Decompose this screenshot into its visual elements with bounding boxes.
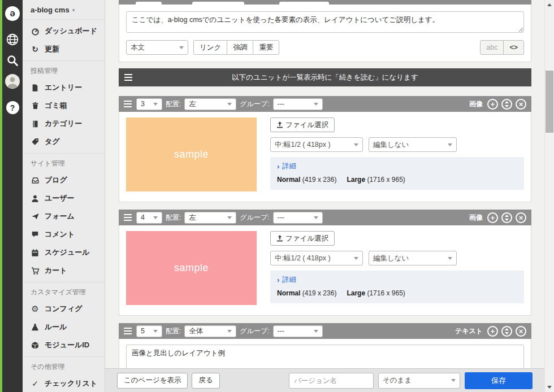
drag-handle-icon[interactable] — [124, 101, 132, 107]
sidebar-item-trash[interactable]: ゴミ箱 — [23, 97, 105, 115]
sample-image-preview[interactable]: sample — [126, 117, 257, 191]
sample-image-preview[interactable]: sample — [126, 231, 257, 305]
group-select[interactable]: --- — [273, 212, 323, 224]
version-name-input[interactable] — [289, 373, 374, 389]
move-unit-button[interactable] — [501, 212, 512, 223]
tag-icon — [31, 137, 40, 146]
chevron-down-icon — [179, 46, 184, 49]
align-select[interactable]: 左 — [184, 98, 236, 110]
sidebar-item-checklist[interactable]: ✓ チェックリスト — [23, 374, 105, 392]
delete-unit-button[interactable]: × — [516, 326, 526, 337]
code-mode-button[interactable]: <> — [503, 40, 524, 55]
search-icon[interactable] — [5, 53, 20, 68]
site-switcher[interactable]: a-blog cms ▾ — [23, 0, 105, 20]
back-button[interactable]: 戻る — [192, 373, 219, 389]
group-label: グループ: — [240, 213, 269, 223]
image-size-select[interactable]: 中:幅1/2 ( 418px ) — [270, 251, 363, 265]
sidebar-item-tag[interactable]: タグ — [23, 133, 105, 151]
sidebar-item-schedule[interactable]: スケジュール — [23, 243, 105, 262]
text-unit-textarea[interactable]: ここでは、a-blog cmsでのユニットを使った各要素の表示、レイアウトについ… — [126, 11, 524, 33]
globe-icon[interactable] — [5, 32, 20, 47]
unit-number-select[interactable]: 3 — [136, 98, 162, 110]
sidebar-item-label: ブログ — [45, 175, 67, 185]
strong-button[interactable]: 重要 — [253, 40, 279, 55]
sidebar-item-label: タグ — [45, 137, 60, 147]
drag-handle-icon[interactable] — [124, 328, 132, 334]
scroll-up-arrow[interactable] — [545, 0, 554, 10]
image-size-info: Normal (419 x 236)Large (1716 x 965) — [277, 176, 517, 184]
avatar[interactable] — [5, 74, 20, 89]
text-unit: ここでは、a-blog cmsでのユニットを使った各要素の表示、レイアウトについ… — [119, 5, 531, 62]
sidebar-item-user[interactable]: ユーザー — [23, 189, 105, 207]
sidebar-item-rule[interactable]: ルール — [23, 318, 105, 336]
align-label: 配置: — [166, 326, 181, 336]
abc-mode-button[interactable]: abc — [480, 40, 504, 55]
help-icon[interactable]: ? — [6, 101, 19, 114]
image-edit-select[interactable]: 編集しない — [369, 251, 457, 265]
add-unit-button[interactable]: + — [487, 326, 498, 337]
align-label: 配置: — [166, 213, 181, 223]
sidebar-item-config[interactable]: ⚙ コンフィグ — [23, 300, 105, 318]
delete-unit-button[interactable]: × — [516, 212, 526, 223]
sidebar-item-label: コンフィグ — [45, 304, 83, 314]
sidebar-item-module-id[interactable]: モジュールID — [23, 336, 105, 354]
image-size-select[interactable]: 中:幅1/2 ( 418px ) — [270, 137, 363, 152]
app-rail: ə ? — [0, 0, 23, 392]
upload-icon — [276, 121, 283, 128]
continue-reading-divider: 以下のユニットが一覧表示時に「続きを読む」になります — [119, 68, 531, 86]
sidebar-item-cart[interactable]: カート — [23, 262, 105, 280]
em-button[interactable]: 強調 — [227, 40, 253, 55]
sidebar-item-dashboard[interactable]: ダッシュボード — [23, 22, 105, 40]
sidebar-section-site: サイト管理 — [23, 153, 105, 171]
sidebar-item-comment[interactable]: コメント — [23, 225, 105, 243]
schedule-icon — [31, 248, 40, 257]
a-blog-cms-logo-icon[interactable]: ə — [5, 6, 20, 21]
group-select[interactable]: --- — [273, 98, 323, 110]
sidebar-item-blog[interactable]: ブログ — [23, 171, 105, 189]
save-button[interactable]: 保存 — [465, 372, 533, 389]
link-button[interactable]: リンク — [193, 40, 227, 55]
chevron-down-icon — [153, 216, 158, 219]
category-icon — [31, 119, 40, 128]
cart-icon — [31, 266, 40, 275]
sidebar-item-category[interactable]: カテゴリー — [23, 115, 105, 133]
sidebar-item-entry[interactable]: エントリー — [23, 79, 105, 97]
sidebar-item-label: カテゴリー — [45, 119, 82, 129]
save-mode-select[interactable]: そのまま — [378, 373, 460, 389]
file-select-button[interactable]: ファイル選択 — [270, 231, 335, 246]
scroll-down-arrow[interactable] — [545, 382, 554, 392]
detail-link[interactable]: › 詳細 — [277, 275, 296, 285]
chevron-down-icon — [314, 330, 318, 333]
detail-link[interactable]: › 詳細 — [277, 162, 296, 171]
detail-panel: › 詳細 Normal (419 x 236)Large (1716 x 965… — [270, 157, 524, 190]
sidebar-section-customize: カスタマイズ管理 — [23, 282, 105, 300]
add-unit-button[interactable]: + — [487, 212, 498, 223]
add-unit-button[interactable]: + — [487, 99, 498, 110]
chevron-down-icon — [354, 257, 358, 260]
sidebar-item-form[interactable]: フォーム — [23, 207, 105, 225]
upload-icon — [276, 235, 283, 242]
file-select-button[interactable]: ファイル選択 — [270, 117, 335, 132]
align-select[interactable]: 左 — [184, 212, 236, 224]
text-unit-header-cutoff — [119, 0, 531, 5]
sidebar-item-label: モジュールID — [45, 340, 89, 350]
drag-handle-icon[interactable] — [124, 214, 132, 221]
align-select[interactable]: 全体 — [184, 325, 236, 337]
unit-number-select[interactable]: 5 — [136, 325, 162, 337]
image-edit-select[interactable]: 編集しない — [369, 137, 457, 152]
chevron-down-icon: ▾ — [72, 7, 75, 13]
sidebar-item-label: コメント — [45, 229, 75, 239]
sidebar-item-update[interactable]: ↻ 更新 — [23, 40, 105, 58]
chevron-right-icon: › — [277, 162, 279, 171]
move-unit-button[interactable] — [501, 99, 512, 110]
group-select[interactable]: --- — [273, 325, 323, 337]
view-page-button[interactable]: このページを表示 — [117, 373, 188, 389]
vertical-scrollbar[interactable] — [544, 0, 554, 392]
unit-number-select[interactable]: 4 — [136, 212, 162, 224]
delete-unit-button[interactable]: × — [516, 99, 526, 110]
scrollbar-thumb[interactable] — [546, 71, 553, 133]
text-type-select[interactable]: 本文 — [126, 40, 188, 55]
unit-type-label: 画像 — [469, 99, 483, 109]
sidebar-section-post: 投稿管理 — [23, 60, 105, 79]
move-unit-button[interactable] — [501, 326, 512, 337]
